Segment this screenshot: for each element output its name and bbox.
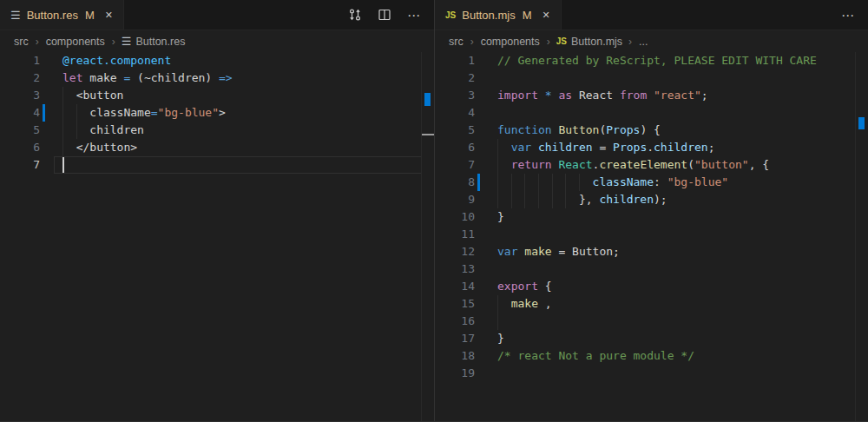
overview-modified-marker — [424, 93, 431, 106]
more-actions-icon[interactable]: ⋯ — [406, 7, 422, 23]
editor-pane-right: JS Button.mjs M ✕ ⋯ src › components › J… — [434, 0, 868, 422]
line-number[interactable]: 2 — [0, 69, 40, 87]
more-actions-icon[interactable]: ⋯ — [840, 7, 856, 23]
code-text: children — [62, 122, 144, 139]
code-line[interactable]: 3 <button — [0, 87, 434, 104]
line-number[interactable]: 9 — [435, 191, 475, 208]
modified-badge: M — [523, 9, 532, 22]
line-number[interactable]: 4 — [0, 104, 40, 122]
code-line[interactable]: 7 return React.createElement("button", { — [435, 156, 868, 174]
split-editor-icon[interactable] — [377, 7, 392, 23]
code-text: } — [497, 208, 504, 226]
code-line[interactable]: 9 }, children); — [435, 191, 868, 208]
code-text: let make = (~children) => — [62, 69, 233, 87]
line-number[interactable]: 12 — [435, 243, 475, 260]
line-number[interactable]: 15 — [435, 295, 475, 313]
code-line[interactable]: 2 — [435, 69, 868, 87]
code-text: // Generated by ReScript, PLEASE EDIT WI… — [497, 52, 817, 69]
line-number[interactable]: 5 — [435, 122, 475, 139]
overview-ruler-scrollbar[interactable] — [855, 52, 868, 422]
code-editor-rescript[interactable]: 1@react.component2let make = (~children)… — [0, 52, 434, 422]
code-line[interactable]: 5 children — [0, 122, 434, 139]
breadcrumb-separator: › — [547, 36, 550, 48]
code-line[interactable]: 6 var children = Props.children; — [435, 139, 868, 156]
code-line[interactable]: 10} — [435, 208, 868, 226]
breadcrumb-item-file[interactable]: JS Button.mjs — [556, 36, 622, 48]
code-text: }, children); — [497, 191, 667, 208]
line-number[interactable]: 1 — [435, 52, 475, 69]
open-changes-icon[interactable] — [347, 7, 363, 23]
breadcrumb-item-src[interactable]: src — [13, 36, 30, 48]
line-number[interactable]: 5 — [0, 122, 40, 139]
line-number[interactable]: 11 — [435, 226, 475, 243]
breadcrumb-item-file[interactable]: ☰ Button.res — [122, 36, 186, 48]
tab-strip-right: JS Button.mjs M ✕ ⋯ — [435, 0, 868, 30]
modified-gutter-marker — [43, 104, 45, 122]
line-number[interactable]: 13 — [435, 260, 475, 278]
code-line[interactable]: 14export { — [435, 278, 868, 295]
code-line[interactable]: 19 — [435, 365, 868, 382]
editor-actions: ⋯ — [347, 0, 434, 30]
code-text: return React.createElement("button", { — [497, 156, 769, 174]
code-editor-javascript[interactable]: 1// Generated by ReScript, PLEASE EDIT W… — [435, 52, 868, 422]
code-line[interactable]: 1@react.component — [0, 52, 434, 69]
line-number[interactable]: 3 — [0, 87, 40, 104]
file-icon: ☰ — [122, 36, 132, 47]
breadcrumb-left: src › components › ☰ Button.res — [0, 30, 434, 52]
close-tab-icon[interactable]: ✕ — [103, 9, 115, 22]
code-line[interactable]: 5function Button(Props) { — [435, 122, 868, 139]
line-number[interactable]: 4 — [435, 104, 475, 122]
code-text: <button — [62, 87, 123, 104]
line-number[interactable]: 7 — [0, 156, 40, 174]
breadcrumb-right: src › components › JS Button.mjs › ... — [435, 30, 868, 52]
breadcrumb-item-components[interactable]: components — [45, 36, 106, 48]
code-line[interactable]: 4 className="bg-blue"> — [0, 104, 434, 122]
code-line[interactable]: 6 </button> — [0, 139, 434, 156]
close-tab-icon[interactable]: ✕ — [541, 9, 552, 22]
line-number[interactable]: 3 — [435, 87, 475, 104]
line-number[interactable]: 16 — [435, 313, 475, 330]
code-text: </button> — [62, 139, 137, 156]
line-number[interactable]: 2 — [435, 69, 475, 87]
code-line[interactable]: 17} — [435, 330, 868, 347]
code-line[interactable]: 7 — [0, 156, 434, 174]
code-line[interactable]: 4 — [435, 104, 868, 122]
text-cursor — [62, 157, 64, 173]
tab-button-mjs[interactable]: JS Button.mjs M ✕ — [435, 0, 562, 30]
breadcrumb-separator: › — [470, 36, 474, 48]
line-number[interactable]: 10 — [435, 208, 475, 226]
line-number[interactable]: 6 — [0, 139, 40, 156]
line-number[interactable]: 18 — [435, 347, 475, 365]
code-line[interactable]: 11 — [435, 226, 868, 243]
code-line[interactable]: 18/* react Not a pure module */ — [435, 347, 868, 365]
code-line[interactable]: 15 make , — [435, 295, 868, 313]
line-number[interactable]: 1 — [0, 52, 40, 69]
code-text: /* react Not a pure module */ — [497, 347, 694, 365]
code-text: export { — [497, 278, 552, 295]
code-line[interactable]: 13 — [435, 260, 868, 278]
tab-label: Button.mjs — [462, 9, 515, 22]
code-line[interactable]: 2let make = (~children) => — [0, 69, 434, 87]
line-number[interactable]: 8 — [435, 174, 475, 191]
line-number[interactable]: 7 — [435, 156, 475, 174]
line-number[interactable]: 19 — [435, 365, 475, 382]
code-text: className: "bg-blue" — [497, 174, 728, 191]
code-line[interactable]: 12var make = Button; — [435, 243, 868, 260]
code-line[interactable]: 8 className: "bg-blue" — [435, 174, 868, 191]
javascript-file-icon: JS — [445, 10, 456, 20]
line-number[interactable]: 6 — [435, 139, 475, 156]
code-line[interactable]: 1// Generated by ReScript, PLEASE EDIT W… — [435, 52, 868, 69]
code-line[interactable]: 3import * as React from "react"; — [435, 87, 868, 104]
breadcrumb-item-src[interactable]: src — [448, 36, 464, 48]
file-icon: ☰ — [10, 10, 21, 21]
breadcrumb-separator: › — [112, 36, 115, 48]
tab-button-res[interactable]: ☰ Button.res M ✕ — [0, 0, 124, 30]
code-line[interactable]: 16 — [435, 313, 868, 330]
editor-actions: ⋯ — [840, 0, 868, 30]
breadcrumb-item-symbol[interactable]: ... — [638, 36, 648, 48]
breadcrumb-item-components[interactable]: components — [480, 36, 541, 48]
line-number[interactable]: 17 — [435, 330, 475, 347]
editor-pane-left: ☰ Button.res M ✕ — [0, 0, 434, 422]
line-number[interactable]: 14 — [435, 278, 475, 295]
pane-resize-sash[interactable] — [432, 0, 436, 422]
